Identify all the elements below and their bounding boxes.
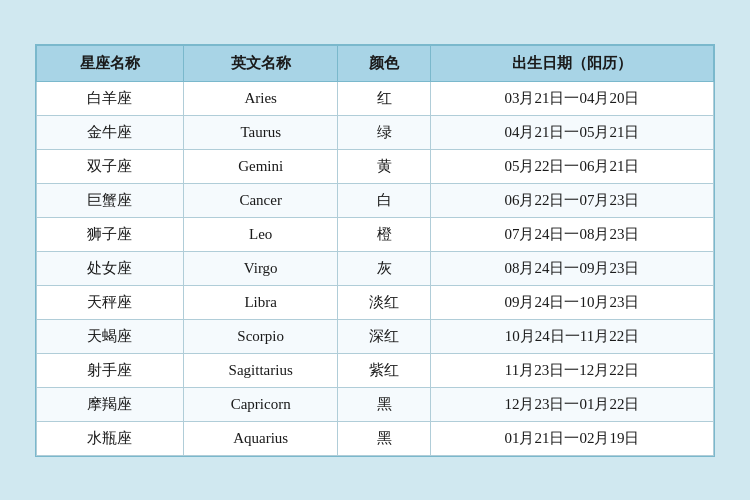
table-cell-0-3: 03月21日一04月20日 [430, 81, 713, 115]
table-header-row: 星座名称英文名称颜色出生日期（阳历） [37, 45, 714, 81]
table-cell-7-1: Scorpio [183, 319, 338, 353]
table-header-2: 颜色 [338, 45, 431, 81]
table-header-3: 出生日期（阳历） [430, 45, 713, 81]
table-cell-9-3: 12月23日一01月22日 [430, 387, 713, 421]
table-cell-2-2: 黄 [338, 149, 431, 183]
table-cell-4-1: Leo [183, 217, 338, 251]
table-row: 天秤座Libra淡红09月24日一10月23日 [37, 285, 714, 319]
table-row: 处女座Virgo灰08月24日一09月23日 [37, 251, 714, 285]
table-cell-8-3: 11月23日一12月22日 [430, 353, 713, 387]
table-row: 摩羯座Capricorn黑12月23日一01月22日 [37, 387, 714, 421]
table-cell-6-2: 淡红 [338, 285, 431, 319]
table-cell-6-0: 天秤座 [37, 285, 184, 319]
table-row: 巨蟹座Cancer白06月22日一07月23日 [37, 183, 714, 217]
table-cell-0-0: 白羊座 [37, 81, 184, 115]
table-cell-5-0: 处女座 [37, 251, 184, 285]
table-cell-2-1: Gemini [183, 149, 338, 183]
zodiac-table: 星座名称英文名称颜色出生日期（阳历） 白羊座Aries红03月21日一04月20… [36, 45, 714, 456]
table-header-1: 英文名称 [183, 45, 338, 81]
table-cell-5-1: Virgo [183, 251, 338, 285]
table-cell-4-3: 07月24日一08月23日 [430, 217, 713, 251]
table-row: 金牛座Taurus绿04月21日一05月21日 [37, 115, 714, 149]
table-cell-2-0: 双子座 [37, 149, 184, 183]
table-cell-4-2: 橙 [338, 217, 431, 251]
table-cell-7-0: 天蝎座 [37, 319, 184, 353]
table-cell-0-2: 红 [338, 81, 431, 115]
table-row: 狮子座Leo橙07月24日一08月23日 [37, 217, 714, 251]
table-cell-0-1: Aries [183, 81, 338, 115]
table-cell-2-3: 05月22日一06月21日 [430, 149, 713, 183]
table-row: 白羊座Aries红03月21日一04月20日 [37, 81, 714, 115]
table-cell-3-1: Cancer [183, 183, 338, 217]
table-cell-9-1: Capricorn [183, 387, 338, 421]
table-cell-10-3: 01月21日一02月19日 [430, 421, 713, 455]
table-cell-8-1: Sagittarius [183, 353, 338, 387]
table-row: 射手座Sagittarius紫红11月23日一12月22日 [37, 353, 714, 387]
table-cell-5-2: 灰 [338, 251, 431, 285]
table-cell-3-0: 巨蟹座 [37, 183, 184, 217]
table-cell-6-1: Libra [183, 285, 338, 319]
table-cell-9-2: 黑 [338, 387, 431, 421]
table-cell-3-2: 白 [338, 183, 431, 217]
table-cell-1-2: 绿 [338, 115, 431, 149]
table-cell-9-0: 摩羯座 [37, 387, 184, 421]
table-cell-5-3: 08月24日一09月23日 [430, 251, 713, 285]
table-cell-7-3: 10月24日一11月22日 [430, 319, 713, 353]
table-cell-8-0: 射手座 [37, 353, 184, 387]
table-row: 双子座Gemini黄05月22日一06月21日 [37, 149, 714, 183]
table-cell-8-2: 紫红 [338, 353, 431, 387]
table-cell-7-2: 深红 [338, 319, 431, 353]
table-cell-1-0: 金牛座 [37, 115, 184, 149]
table-cell-3-3: 06月22日一07月23日 [430, 183, 713, 217]
table-cell-4-0: 狮子座 [37, 217, 184, 251]
table-cell-10-1: Aquarius [183, 421, 338, 455]
table-row: 天蝎座Scorpio深红10月24日一11月22日 [37, 319, 714, 353]
table-cell-10-2: 黑 [338, 421, 431, 455]
table-header-0: 星座名称 [37, 45, 184, 81]
table-cell-1-3: 04月21日一05月21日 [430, 115, 713, 149]
zodiac-table-container: 星座名称英文名称颜色出生日期（阳历） 白羊座Aries红03月21日一04月20… [35, 44, 715, 457]
table-cell-6-3: 09月24日一10月23日 [430, 285, 713, 319]
table-cell-1-1: Taurus [183, 115, 338, 149]
table-body: 白羊座Aries红03月21日一04月20日金牛座Taurus绿04月21日一0… [37, 81, 714, 455]
table-cell-10-0: 水瓶座 [37, 421, 184, 455]
table-row: 水瓶座Aquarius黑01月21日一02月19日 [37, 421, 714, 455]
